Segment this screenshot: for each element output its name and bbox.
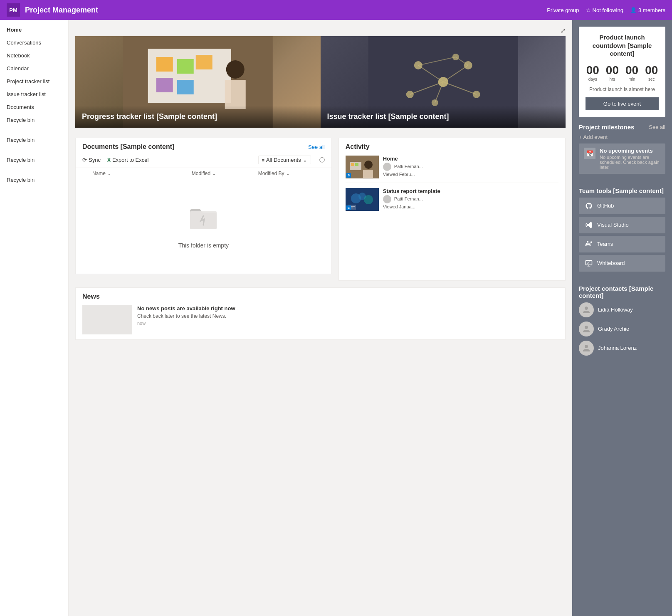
hero-tile-progress[interactable]: Progress tracker list [Sample content] [75,36,321,128]
svg-point-8 [226,60,245,79]
countdown-sec-label: sec [648,77,655,82]
modified-sort-icon: ⌄ [212,171,216,176]
documents-header: Documents [Sample content] See all [76,138,331,154]
svg-point-27 [364,161,373,169]
app-title: Project Management [25,6,547,15]
sidebar-item-home[interactable]: Home [0,23,68,36]
doc-modifiedby-col[interactable]: Modified By ⌄ [258,171,325,176]
sidebar-item-documents[interactable]: Documents [0,101,68,114]
countdown-min-value: 00 [625,64,638,76]
contacts-section: Project contacts [Sample content] Lidia … [579,285,665,356]
sidebar-item-issue-tracker[interactable]: Issue tracker list [0,88,68,101]
export-excel-button[interactable]: X Export to Excel [107,157,148,163]
news-item[interactable]: No news posts are available right now Ch… [82,305,558,334]
activity-item-status[interactable]: S Status report template Patti Fernan...… [346,188,558,215]
tool-whiteboard[interactable]: Whiteboard [579,255,665,272]
countdown-hrs-value: 00 [606,64,619,76]
sidebar-item-recycle-bin-2[interactable]: Recycle bin [0,134,68,146]
doc-name-col[interactable]: Name ⌄ [92,171,192,176]
filter-chevron-icon: ⌄ [303,157,307,163]
activity-thumb-status: S [346,188,379,211]
doc-modified-col[interactable]: Modified ⌄ [192,171,258,176]
svg-rect-3 [156,57,173,72]
activity-item-home-time: Viewed Febru... [383,172,558,177]
sync-icon: ⟳ [82,157,87,163]
svg-rect-31 [355,163,358,166]
news-item-title: No news posts are available right now [137,305,558,312]
countdown-widget: Product launch countdown [Sample content… [579,27,665,117]
filter-icon: ≡ [262,158,264,163]
excel-icon: X [107,157,111,163]
activity-avatar-home [383,163,391,171]
contact-avatar-johanna [579,341,594,356]
sidebar-item-notebook[interactable]: Notebook [0,49,68,62]
svg-rect-5 [196,55,212,69]
sidebar-item-calendar[interactable]: Calendar [0,62,68,75]
contact-lidia[interactable]: Lidia Holloway [579,302,665,317]
countdown-days-label: days [588,77,597,82]
add-event-button[interactable]: + Add event [579,134,665,140]
countdown-subtitle: Product launch is almost here [586,87,659,92]
news-item-desc: Check back later to see the latest News. [137,313,558,319]
tool-teams[interactable]: Teams [579,236,665,252]
svg-rect-6 [156,78,173,92]
activity-item-home-title: Home [383,156,558,162]
activity-section: Activity S [338,138,566,281]
doc-toolbar: ⟳ Sync X Export to Excel ≡ All Documents [76,154,331,168]
main-content: ⤢ [69,20,572,616]
hero-tile-issue-label: Issue tracker list [Sample content] [321,106,566,128]
whiteboard-label: Whiteboard [597,260,625,266]
add-icon: + Add event [579,134,608,140]
svg-rect-7 [177,80,194,94]
teams-label: Teams [597,241,613,247]
empty-folder-text: This folder is empty [178,242,229,249]
countdown-sec: 00 sec [645,64,658,82]
svg-rect-30 [351,163,354,166]
no-events-desc: No upcoming events are scheduled. Check … [600,155,660,170]
activity-item-home-user: Patti Fernan... [383,163,558,171]
svg-rect-9 [225,80,246,109]
sync-button[interactable]: ⟳ Sync [82,157,101,163]
github-icon [585,202,593,210]
private-group-label: Private group [547,7,579,13]
svg-rect-4 [177,59,194,74]
doc-column-headers: Name ⌄ Modified ⌄ Modified By ⌄ [76,168,331,179]
news-section: News No news posts are available right n… [75,287,566,340]
tool-github[interactable]: GitHub [579,198,665,214]
countdown-hrs-label: hrs [609,77,615,82]
sidebar-item-recycle-bin-1[interactable]: Recycle bin [0,114,68,126]
all-documents-filter[interactable]: ≡ All Documents ⌄ [258,156,311,164]
info-icon[interactable]: ⓘ [319,156,325,164]
sidebar-item-conversations[interactable]: Conversations [0,36,68,49]
contact-name-johanna: Johanna Lorenz [598,345,637,351]
github-label: GitHub [597,203,614,209]
activity-info-status: Status report template Patti Fernan... V… [383,188,558,211]
top-bar-actions: Private group ☆ Not following 👤 3 member… [547,7,665,13]
calendar-icon: 📅 [584,148,595,159]
go-to-live-event-button[interactable]: Go to live event [586,97,659,110]
activity-item-status-user: Patti Fernan... [383,195,558,203]
activity-title: Activity [346,143,558,151]
svg-rect-28 [363,170,373,178]
contact-name-grady: Grady Archie [598,326,629,332]
whiteboard-icon [585,259,593,267]
contact-johanna[interactable]: Johanna Lorenz [579,341,665,356]
sidebar-item-recycle-bin-3[interactable]: Recycle bin [0,153,68,166]
activity-item-status-time: Viewed Janua... [383,204,558,209]
countdown-numbers: 00 days 00 hrs 00 min 00 [586,64,659,82]
contact-avatar-lidia [579,302,594,317]
activity-item-home[interactable]: S S Home Patti Fernan... Viewed Fe [346,156,558,183]
following-button[interactable]: ☆ Not following [586,7,623,13]
milestones-see-all[interactable]: See all [649,124,665,130]
expand-icon[interactable]: ⤢ [560,27,566,35]
countdown-min: 00 min [625,64,638,82]
hero-tile-issue[interactable]: Issue tracker list [Sample content] [321,36,566,128]
members-button[interactable]: 👤 3 members [630,7,665,13]
sidebar-item-recycle-bin-4[interactable]: Recycle bin [0,173,68,186]
contacts-title: Project contacts [Sample content] [579,285,665,299]
sidebar-item-project-tracker[interactable]: Project tracker list [0,75,68,88]
contact-grady[interactable]: Grady Archie [579,322,665,336]
tool-visual-studio[interactable]: Visual Studio [579,217,665,233]
documents-see-all[interactable]: See all [308,144,325,150]
countdown-days: 00 days [586,64,599,82]
